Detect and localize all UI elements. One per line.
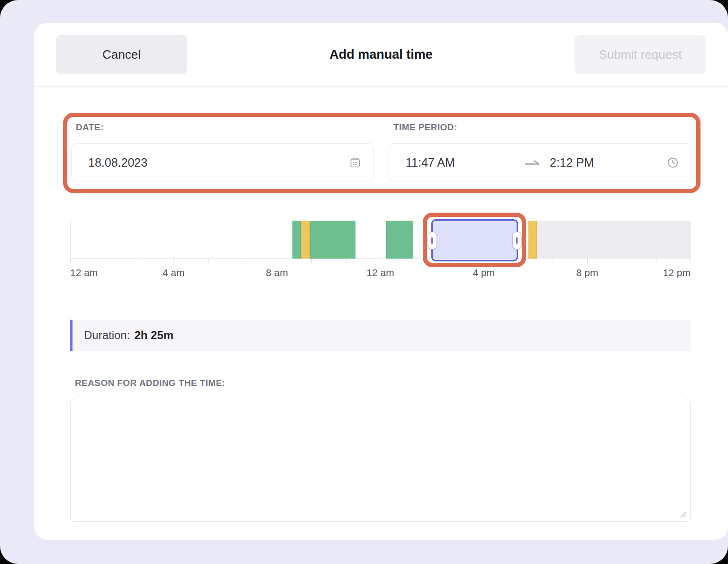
- selection-left-handle[interactable]: [428, 232, 437, 250]
- day-timeline: 12 am4 am8 am12 am4 pm8 pm12 pm: [70, 221, 691, 281]
- timeline-segment-remaining: [537, 221, 690, 259]
- tick-mark: [381, 259, 381, 263]
- screen-background: Cancel Add manual time Submit request DA…: [0, 0, 728, 564]
- tick-mark: [243, 259, 243, 263]
- handle-grip: [516, 237, 518, 244]
- axis-label: 8 am: [266, 267, 288, 278]
- axis-label: 12 pm: [663, 267, 691, 278]
- tick-mark: [311, 259, 312, 263]
- timeline-ticks: [70, 259, 691, 263]
- timeline-segment-idle: [301, 221, 310, 259]
- reason-textarea[interactable]: [70, 399, 691, 522]
- arrow-right-icon: [524, 158, 541, 167]
- axis-label: 12 am: [70, 267, 98, 278]
- tick-mark: [173, 259, 174, 263]
- handle-grip: [431, 237, 433, 244]
- tick-mark: [587, 259, 588, 263]
- cancel-button[interactable]: Cancel: [56, 35, 187, 74]
- tick-mark: [277, 259, 277, 263]
- modal-content: DATE: 18.08.2023: [34, 113, 728, 522]
- date-input[interactable]: 18.08.2023: [71, 143, 373, 181]
- date-value: 18.08.2023: [88, 156, 147, 170]
- timeline-selection[interactable]: [431, 219, 518, 261]
- timeline-segment-tracked: [386, 221, 413, 259]
- time-period-field-group: TIME PERIOD: 11:47 AM 2:12 PM: [389, 122, 691, 181]
- time-period-input[interactable]: 11:47 AM 2:12 PM: [389, 143, 691, 181]
- time-period-label: TIME PERIOD:: [393, 122, 691, 133]
- tick-mark: [656, 259, 656, 263]
- tick-mark: [208, 259, 209, 263]
- reason-label: REASON FOR ADDING THE TIME:: [75, 378, 691, 388]
- axis-label: 4 am: [163, 267, 185, 278]
- tick-mark: [622, 259, 622, 263]
- duration-value: 2h 25m: [134, 329, 173, 342]
- axis-label: 8 pm: [576, 267, 598, 278]
- reason-field-wrap: [70, 399, 691, 522]
- tick-mark: [691, 259, 691, 263]
- timeline-bar[interactable]: [70, 221, 691, 259]
- duration-summary: Duration: 2h 25m: [70, 320, 691, 351]
- modal-header: Cancel Add manual time Submit request: [34, 23, 728, 87]
- axis-label: 12 am: [366, 267, 394, 278]
- tick-mark: [553, 259, 553, 263]
- submit-request-button[interactable]: Submit request: [574, 35, 706, 74]
- timeline-segment-tracked: [310, 221, 355, 259]
- fields-highlight-annotation: DATE: 18.08.2023: [63, 113, 701, 193]
- end-time-value[interactable]: 2:12 PM: [550, 156, 594, 170]
- selection-right-handle[interactable]: [512, 232, 522, 250]
- calendar-icon[interactable]: [349, 156, 362, 169]
- tick-mark: [70, 259, 71, 263]
- axis-label: 4 pm: [473, 267, 495, 278]
- tick-mark: [518, 259, 519, 263]
- timeline-axis-labels: 12 am4 am8 am12 am4 pm8 pm12 pm: [70, 267, 691, 281]
- date-label: DATE:: [76, 122, 373, 133]
- tick-mark: [139, 259, 139, 263]
- tick-mark: [415, 259, 415, 263]
- start-time-value[interactable]: 11:47 AM: [406, 156, 524, 170]
- timeline-segment-tracked: [292, 221, 301, 259]
- duration-label: Duration:: [84, 329, 130, 342]
- tick-mark: [346, 259, 346, 263]
- timeline-segment-idle: [528, 221, 537, 259]
- date-field-group: DATE: 18.08.2023: [71, 122, 373, 181]
- clock-icon[interactable]: [666, 156, 679, 169]
- tick-mark: [105, 259, 105, 263]
- add-manual-time-modal: Cancel Add manual time Submit request DA…: [34, 23, 728, 540]
